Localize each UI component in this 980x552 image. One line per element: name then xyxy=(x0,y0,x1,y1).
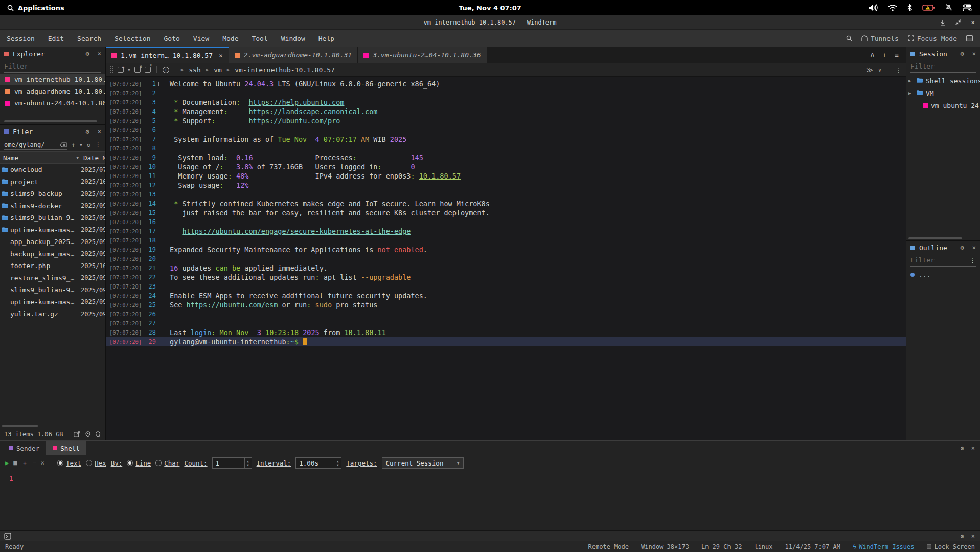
breadcrumb-segment[interactable]: vm xyxy=(214,66,222,74)
status-item[interactable]: linux xyxy=(754,543,772,550)
gear-icon[interactable]: ⚙ xyxy=(961,244,964,251)
stop-icon[interactable]: ■ xyxy=(13,459,17,467)
gear-icon[interactable]: ⚙ xyxy=(961,50,964,57)
menu-item-window[interactable]: Window xyxy=(275,30,312,47)
chevron-down-icon[interactable]: ▼ xyxy=(128,68,130,72)
info-icon[interactable]: i xyxy=(163,67,169,73)
spinner-arrows-icon[interactable]: ▲▼ xyxy=(334,458,341,468)
kebab-menu-icon[interactable]: ⋮ xyxy=(895,66,902,74)
status-item[interactable]: Remote Mode xyxy=(588,543,629,550)
terminal-link[interactable]: https://ubuntu.com/engage/secure-kuberne… xyxy=(182,227,411,235)
minimize-icon[interactable] xyxy=(940,19,946,26)
sender-content[interactable]: 1 xyxy=(0,471,980,530)
radio-text[interactable]: Text xyxy=(57,459,81,467)
filer-row[interactable]: project2025/10 xyxy=(0,176,105,188)
filer-row[interactable]: yulia.tar.gz2025/09 xyxy=(0,308,105,320)
status-item[interactable]: Ln 29 Ch 32 xyxy=(701,543,742,550)
location-pin-icon[interactable] xyxy=(85,431,90,437)
search-icon[interactable] xyxy=(846,35,852,41)
volume-icon[interactable] xyxy=(869,4,878,11)
session-tree-item[interactable]: ▶VM xyxy=(906,87,980,99)
tunnels-button[interactable]: Tunnels xyxy=(861,35,899,42)
add-icon[interactable]: ＋ xyxy=(21,459,28,468)
add-pin-icon[interactable] xyxy=(96,431,101,437)
filer-row[interactable]: slims9_bulian-9…2025/09 xyxy=(0,212,105,224)
session-filter-input[interactable]: Filter xyxy=(910,60,976,73)
menu-item-tool[interactable]: Tool xyxy=(245,30,274,47)
close-session-icon[interactable]: × xyxy=(134,67,141,73)
status-item[interactable]: Window 38×173 xyxy=(641,543,689,550)
filer-row[interactable]: owncloud2025/07 xyxy=(0,164,105,176)
play-icon[interactable]: ▶ xyxy=(5,459,9,467)
terminal-link[interactable]: https://landscape.canonical.com xyxy=(248,107,377,116)
outline-filter-input[interactable]: Filter ⋮ xyxy=(910,254,976,267)
drag-handle[interactable] xyxy=(110,65,113,74)
outline-item[interactable]: ... xyxy=(906,269,980,281)
explorer-item[interactable]: vm-ubuntu-24.04-10.1.80. xyxy=(0,97,105,109)
filer-row[interactable]: app_backup_2025…2025/09 xyxy=(0,236,105,248)
tab-list-icon[interactable]: ≡ xyxy=(895,51,899,59)
session-tree-item[interactable]: vm-ubuntu-24.04 xyxy=(906,99,980,112)
count-stepper[interactable]: 1 ▲▼ xyxy=(212,457,252,469)
case-sensitive-icon[interactable]: A xyxy=(871,51,875,59)
session-tree-item[interactable]: ▶Shell sessions xyxy=(906,75,980,87)
terminal-link[interactable]: https://ubuntu.com/esm xyxy=(187,301,278,309)
wifi-icon[interactable] xyxy=(888,5,897,11)
explorer-hscrollbar[interactable] xyxy=(4,120,97,122)
gear-icon[interactable]: ⚙ xyxy=(961,445,964,452)
filer-row[interactable]: uptime-kuma-mas…2025/09 xyxy=(0,296,105,308)
filer-row[interactable]: uptime-kuma-mas…2025/09 xyxy=(0,224,105,236)
gear-icon[interactable]: ⚙ xyxy=(86,50,89,57)
terminal-link[interactable]: 10.1.80.11 xyxy=(344,328,385,337)
explorer-item[interactable]: vm-internethub-10.1.80.5 xyxy=(0,74,105,85)
refresh-icon[interactable]: ↻ xyxy=(87,141,90,148)
breadcrumb-segment[interactable]: ssh xyxy=(189,66,200,74)
menu-item-selection[interactable]: Selection xyxy=(108,30,157,47)
menu-item-mode[interactable]: Mode xyxy=(216,30,245,47)
kebab-menu-icon[interactable]: ⋮ xyxy=(969,256,976,264)
restore-icon[interactable] xyxy=(955,19,962,26)
close-icon[interactable]: × xyxy=(971,18,975,26)
expand-arrow-icon[interactable]: ▶ xyxy=(908,91,914,96)
status-item[interactable]: 11/4/25 7:07 AM xyxy=(785,543,840,550)
session-tab[interactable]: 1.vm-intern…-10.1.80.57× xyxy=(106,47,229,63)
filer-path-input[interactable]: ome/gylang/ xyxy=(4,140,67,150)
gear-icon[interactable]: ⚙ xyxy=(961,533,964,540)
bluetooth-icon[interactable] xyxy=(907,4,912,11)
menu-item-view[interactable]: View xyxy=(187,30,216,47)
notifications-muted-icon[interactable] xyxy=(945,4,952,11)
column-name[interactable]: Name▼ xyxy=(0,154,81,162)
close-icon[interactable]: × xyxy=(972,244,976,251)
filer-row[interactable]: slims9-docker2025/09 xyxy=(0,200,105,212)
radio-char[interactable]: Char xyxy=(155,459,179,467)
targets-select[interactable]: Current Session ▼ xyxy=(382,457,464,469)
lock-screen-button[interactable]: Lock Screen xyxy=(927,543,975,550)
terminal-link[interactable]: https://help.ubuntu.com xyxy=(248,98,344,106)
windterm-issues-link[interactable]: ϟWindTerm Issues xyxy=(853,543,915,550)
breadcrumb-segment[interactable]: vm-internethub-10.1.80.57 xyxy=(235,66,335,74)
clear-path-icon[interactable] xyxy=(60,142,67,147)
filer-row[interactable]: restore_slims9_…2025/09 xyxy=(0,272,105,284)
explorer-item[interactable]: vm-adguardhome-10.1.80.3 xyxy=(0,85,105,97)
terminal-output[interactable]: [07:07:20]1−Welcome to Ubuntu 24.04.3 LT… xyxy=(106,77,906,440)
filer-row[interactable]: backup_kuma_mas…2025/09 xyxy=(0,248,105,260)
terminal-link[interactable]: 10.1.80.57 xyxy=(419,172,461,180)
battery-warning-icon[interactable] xyxy=(922,4,935,11)
close-icon[interactable]: × xyxy=(98,128,101,135)
focus-mode-button[interactable]: Focus Mode xyxy=(908,35,957,42)
filer-row[interactable]: footer.php2025/10 xyxy=(0,260,105,272)
new-session-icon[interactable]: ＋ xyxy=(118,67,124,73)
detach-session-icon[interactable]: ° xyxy=(145,67,151,73)
chevron-down-icon[interactable]: ∨ xyxy=(878,67,881,73)
menu-item-goto[interactable]: Goto xyxy=(157,30,187,47)
filer-hscrollbar[interactable] xyxy=(2,425,38,427)
close-icon[interactable]: × xyxy=(98,50,101,57)
filer-row[interactable]: slims9-backup2025/09 xyxy=(0,188,105,200)
menu-item-search[interactable]: Search xyxy=(71,30,108,47)
console-icon[interactable] xyxy=(4,533,11,540)
menu-item-help[interactable]: Help xyxy=(312,30,341,47)
expand-arrow-icon[interactable]: ▶ xyxy=(908,78,914,83)
close-tab-icon[interactable]: × xyxy=(219,52,223,59)
session-tab[interactable]: 3.vm-ubuntu-2…04-10.1.80.36 xyxy=(358,47,487,63)
chevron-down-icon[interactable]: ▼ xyxy=(80,143,82,147)
